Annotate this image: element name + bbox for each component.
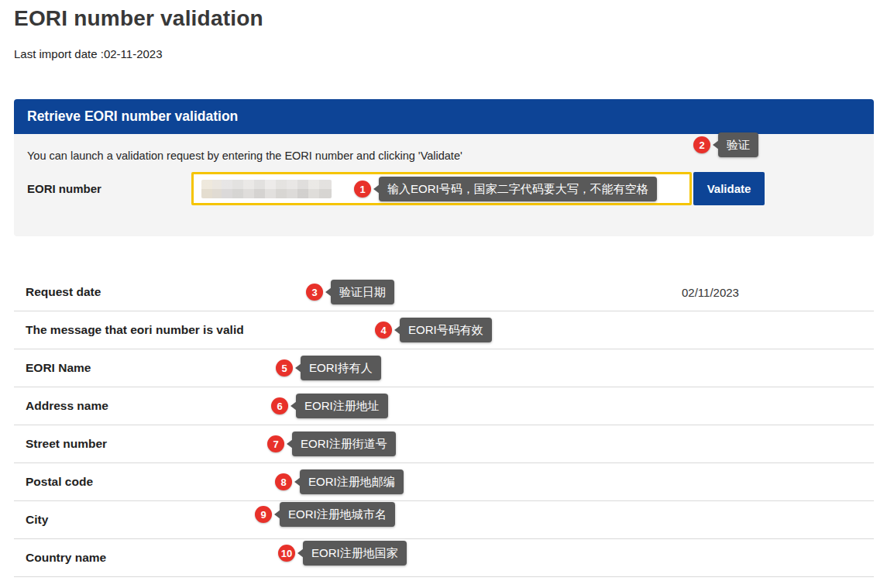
row-label: Address name: [26, 399, 108, 413]
panel-title: Retrieve EORI number validation: [27, 108, 238, 125]
validate-button[interactable]: Validate: [693, 172, 765, 205]
table-row-eori-name: EORI Name 5 EORI持有人: [14, 349, 874, 387]
annotation-tooltip: EORI持有人: [301, 356, 381, 380]
table-row-request-date: Request date 3 验证日期 02/11/2023: [14, 273, 874, 311]
intro-text: You can launch a validation request by e…: [27, 150, 462, 162]
panel-header: Retrieve EORI number validation: [14, 99, 874, 134]
eori-number-input[interactable]: [191, 172, 692, 205]
table-row-city: City 9 EORI注册地城市名: [14, 501, 874, 539]
annotation-4: 4 EORI号码有效: [375, 318, 492, 342]
page-title: EORI number validation: [14, 6, 263, 31]
row-label: The message that eori number is valid: [26, 323, 244, 337]
annotation-6: 6 EORI注册地址: [271, 394, 388, 418]
retrieve-panel: Retrieve EORI number validation You can …: [14, 99, 874, 236]
results-table: Request date 3 验证日期 02/11/2023 The messa…: [14, 273, 874, 577]
annotation-tooltip: EORI注册街道号: [292, 432, 396, 456]
annotation-tooltip: EORI注册地址: [296, 394, 388, 418]
annotation-badge: 8: [275, 473, 292, 490]
annotation-tooltip: EORI号码有效: [400, 318, 492, 342]
annotation-10: 10 EORI注册地国家: [278, 541, 407, 566]
last-import-date: Last import date :02-11-2023: [14, 47, 163, 60]
annotation-tooltip: EORI注册地城市名: [280, 502, 395, 527]
table-row-street-number: Street number 7 EORI注册街道号: [14, 425, 874, 463]
annotation-badge: 6: [271, 397, 288, 414]
table-row-message-valid: The message that eori number is valid 4 …: [14, 311, 874, 349]
annotation-badge: 3: [306, 284, 323, 301]
row-value: 02/11/2023: [682, 286, 739, 299]
annotation-badge: 4: [375, 322, 392, 339]
row-label: EORI Name: [26, 361, 91, 375]
table-row-postal-code: Postal code 8 EORI注册地邮编: [14, 463, 874, 501]
row-label: Request date: [26, 285, 101, 299]
eori-number-label: EORI number: [27, 182, 101, 195]
redacted-eori-value: [201, 180, 332, 198]
annotation-badge: 5: [276, 359, 293, 377]
annotation-tooltip: 验证日期: [331, 280, 394, 304]
annotation-8: 8 EORI注册地邮编: [275, 469, 404, 494]
annotation-3: 3 验证日期: [306, 280, 394, 304]
panel-body: You can launch a validation request by e…: [14, 134, 874, 236]
annotation-tooltip: 验证: [718, 132, 758, 157]
annotation-badge: 10: [278, 545, 295, 562]
row-label: Street number: [26, 437, 107, 451]
table-row-country-name: Country name 10 EORI注册地国家: [14, 539, 874, 577]
row-label: Country name: [26, 551, 106, 565]
annotation-badge: 7: [267, 435, 284, 452]
annotation-tooltip: EORI注册地国家: [303, 541, 407, 566]
annotation-2: 2 验证: [693, 132, 758, 157]
annotation-badge: 2: [693, 136, 710, 153]
row-label: City: [26, 513, 48, 527]
annotation-7: 7 EORI注册街道号: [267, 432, 396, 456]
table-row-address-name: Address name 6 EORI注册地址: [14, 387, 874, 425]
row-label: Postal code: [26, 475, 93, 489]
annotation-tooltip: EORI注册地邮编: [300, 469, 404, 494]
annotation-5: 5 EORI持有人: [276, 356, 381, 380]
annotation-9: 9 EORI注册地城市名: [255, 502, 395, 527]
annotation-badge: 9: [255, 506, 272, 523]
